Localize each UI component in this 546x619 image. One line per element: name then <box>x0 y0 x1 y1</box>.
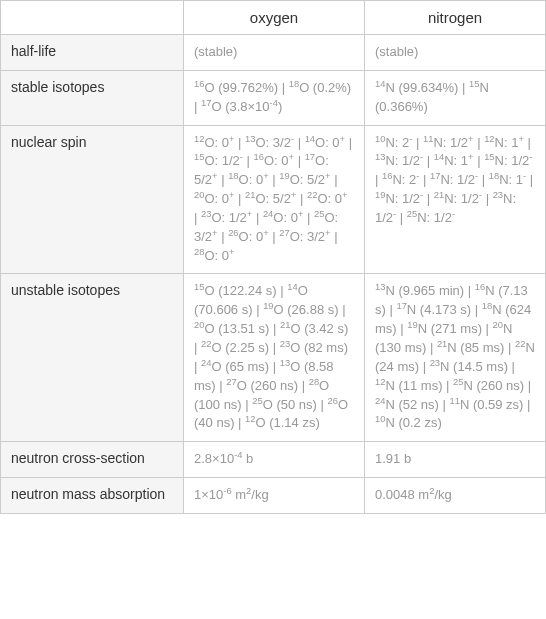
cell-stable-isotopes-oxygen: 16O (99.762%) | 18O (0.2%) | 17O (3.8×10… <box>184 70 365 125</box>
row-label-unstable-isotopes: unstable isotopes <box>1 274 184 442</box>
row-label-stable-isotopes: stable isotopes <box>1 70 184 125</box>
table-row: unstable isotopes 15O (122.24 s) | 14O (… <box>1 274 546 442</box>
corner-cell <box>1 1 184 35</box>
table-row: half-life (stable) (stable) <box>1 35 546 71</box>
row-label-nuclear-spin: nuclear spin <box>1 125 184 274</box>
cell-unstable-isotopes-oxygen: 15O (122.24 s) | 14O (70.606 s) | 19O (2… <box>184 274 365 442</box>
cell-unstable-isotopes-nitrogen: 13N (9.965 min) | 16N (7.13 s) | 17N (4.… <box>365 274 546 442</box>
table-row: neutron mass absorption 1×10-6 m2/kg 0.0… <box>1 478 546 514</box>
table-row: stable isotopes 16O (99.762%) | 18O (0.2… <box>1 70 546 125</box>
table-row: nuclear spin 12O: 0+ | 13O: 3/2- | 14O: … <box>1 125 546 274</box>
cell-nuclear-spin-oxygen: 12O: 0+ | 13O: 3/2- | 14O: 0+ | 15O: 1/2… <box>184 125 365 274</box>
row-label-neutron-cross-section: neutron cross-section <box>1 442 184 478</box>
cell-half-life-oxygen: (stable) <box>184 35 365 71</box>
comparison-table: oxygen nitrogen half-life (stable) (stab… <box>0 0 546 514</box>
cell-neutron-cross-section-nitrogen: 1.91 b <box>365 442 546 478</box>
cell-stable-isotopes-nitrogen: 14N (99.634%) | 15N (0.366%) <box>365 70 546 125</box>
cell-neutron-mass-absorption-oxygen: 1×10-6 m2/kg <box>184 478 365 514</box>
table-row: neutron cross-section 2.8×10-4 b 1.91 b <box>1 442 546 478</box>
col-header-nitrogen: nitrogen <box>365 1 546 35</box>
cell-half-life-nitrogen: (stable) <box>365 35 546 71</box>
row-label-half-life: half-life <box>1 35 184 71</box>
cell-neutron-mass-absorption-nitrogen: 0.0048 m2/kg <box>365 478 546 514</box>
cell-neutron-cross-section-oxygen: 2.8×10-4 b <box>184 442 365 478</box>
col-header-oxygen: oxygen <box>184 1 365 35</box>
row-label-neutron-mass-absorption: neutron mass absorption <box>1 478 184 514</box>
cell-nuclear-spin-nitrogen: 10N: 2- | 11N: 1/2+ | 12N: 1+ | 13N: 1/2… <box>365 125 546 274</box>
